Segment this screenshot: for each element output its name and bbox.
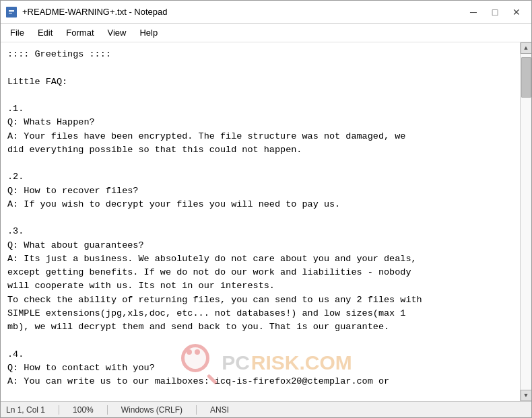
menu-edit[interactable]: Edit <box>31 26 59 40</box>
editor-wrapper: :::: Greetings :::: Little FAQ: .1. Q: W… <box>1 42 531 401</box>
editor-container: :::: Greetings :::: Little FAQ: .1. Q: W… <box>1 42 520 401</box>
notepad-window: +README-WARNING+.txt - Notepad ─ □ ✕ Fil… <box>0 0 532 418</box>
menu-help[interactable]: Help <box>133 26 164 40</box>
title-bar-left: +README-WARNING+.txt - Notepad <box>6 7 168 18</box>
scrollbar[interactable]: ▲ ▼ <box>520 42 531 401</box>
scroll-track[interactable] <box>521 54 531 390</box>
encoding: ANSI <box>210 405 242 415</box>
svg-rect-3 <box>9 13 12 13</box>
scroll-thumb[interactable] <box>521 57 531 98</box>
scroll-up-button[interactable]: ▲ <box>521 42 532 54</box>
maximize-button[interactable]: □ <box>486 5 504 20</box>
line-ending: Windows (CRLF) <box>121 405 197 415</box>
title-bar: +README-WARNING+.txt - Notepad ─ □ ✕ <box>1 1 531 24</box>
svg-rect-1 <box>9 10 14 11</box>
cursor-position: Ln 1, Col 1 <box>6 405 59 415</box>
zoom-level: 100% <box>73 405 108 415</box>
menu-file[interactable]: File <box>3 26 31 40</box>
window-controls: ─ □ ✕ <box>464 5 526 20</box>
menu-view[interactable]: View <box>101 26 133 40</box>
window-title: +README-WARNING+.txt - Notepad <box>22 7 168 17</box>
menu-format[interactable]: Format <box>59 26 100 40</box>
status-bar: Ln 1, Col 1 100% Windows (CRLF) ANSI <box>1 401 531 417</box>
scroll-down-button[interactable]: ▼ <box>521 390 532 401</box>
close-button[interactable]: ✕ <box>507 5 526 20</box>
app-icon <box>6 7 17 18</box>
text-editor[interactable]: :::: Greetings :::: Little FAQ: .1. Q: W… <box>1 42 520 401</box>
minimize-button[interactable]: ─ <box>464 5 483 20</box>
svg-rect-2 <box>9 11 14 12</box>
menu-bar: File Edit Format View Help <box>1 24 531 42</box>
